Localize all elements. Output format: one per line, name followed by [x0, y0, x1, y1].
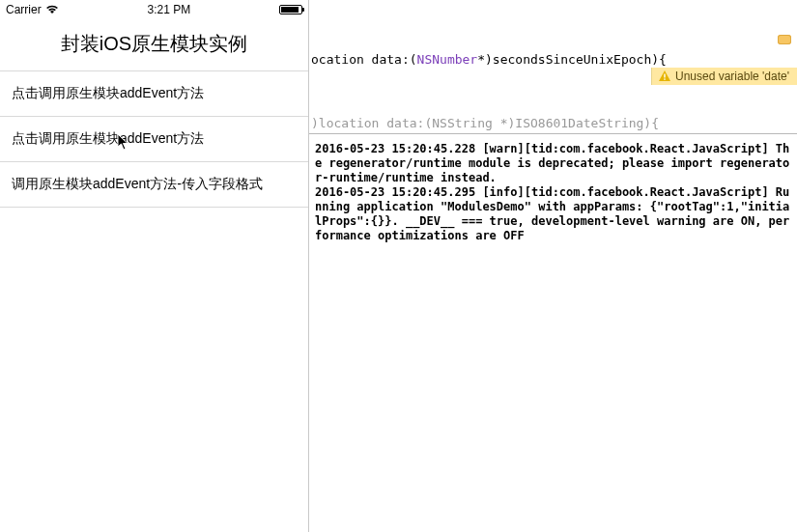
- svg-rect-0: [664, 74, 665, 78]
- list-item-label: 点击调用原生模块addEvent方法: [12, 130, 204, 146]
- page-title: 封装iOS原生模块实例: [0, 19, 308, 70]
- minimap-handle[interactable]: [778, 35, 791, 44]
- list-item[interactable]: 点击调用原生模块addEvent方法: [0, 71, 308, 117]
- debug-console[interactable]: 2016-05-23 15:20:45.228 [warn][tid:com.f…: [309, 134, 797, 251]
- action-list: 点击调用原生模块addEvent方法 点击调用原生模块addEvent方法 调用…: [0, 70, 308, 208]
- wifi-icon: [45, 5, 59, 14]
- warning-text: Unused variable 'date': [675, 70, 789, 83]
- code-line: )location data:(NSString *)ISO8601DateSt…: [311, 116, 659, 130]
- list-item[interactable]: 调用原生模块addEvent方法-传入字段格式: [0, 162, 308, 208]
- list-item-label: 调用原生模块addEvent方法-传入字段格式: [12, 176, 263, 191]
- ios-simulator: Carrier 3:21 PM 封装iOS原生模块实例 点击调用原生模块addE…: [0, 0, 309, 532]
- code-editor[interactable]: ocation data:(NSNumber*)secondsSinceUnix…: [309, 0, 797, 133]
- carrier-label: Carrier: [6, 3, 42, 16]
- code-line: ocation data:(NSNumber*)secondsSinceUnix…: [311, 52, 667, 67]
- svg-rect-1: [664, 78, 665, 79]
- list-item[interactable]: 点击调用原生模块addEvent方法: [0, 117, 308, 162]
- status-bar: Carrier 3:21 PM: [0, 0, 308, 19]
- warning-icon: [658, 70, 671, 83]
- battery-icon: [279, 5, 302, 14]
- warning-banner[interactable]: Unused variable 'date': [651, 68, 797, 85]
- xcode-pane: ocation data:(NSNumber*)secondsSinceUnix…: [309, 0, 797, 532]
- clock-label: 3:21 PM: [147, 3, 190, 16]
- list-item-label: 点击调用原生模块addEvent方法: [12, 85, 204, 100]
